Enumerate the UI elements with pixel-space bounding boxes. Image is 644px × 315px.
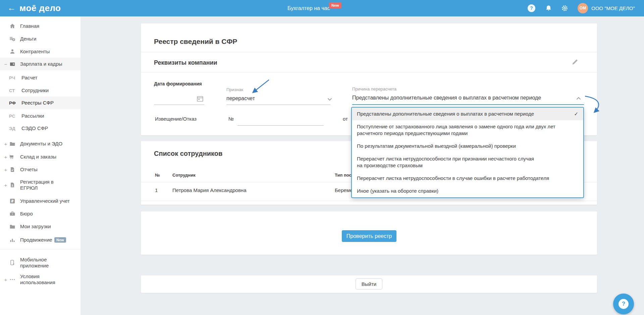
reason-value: Представлены дополнительные сведения о в… bbox=[352, 95, 541, 101]
dropdown-option[interactable]: Поступление от застрахованного лица заяв… bbox=[352, 120, 583, 140]
col-header-employee: Сотрудник bbox=[172, 173, 196, 178]
sidebar-item-label: Зарплата и кадры bbox=[20, 61, 72, 67]
sidebar-item-contractors[interactable]: Контрагенты bbox=[0, 45, 80, 58]
sidebar-item-label: Мои загрузки bbox=[20, 224, 72, 230]
sidebar-item-prefix: ЭД bbox=[9, 126, 15, 131]
sidebar-item-label: Бюро bbox=[20, 211, 72, 217]
reason-dropdown: Представлены дополнительные сведения о в… bbox=[351, 107, 584, 198]
sidebar-item-prodvizhenie[interactable]: Продвижение New bbox=[0, 234, 80, 246]
svg-text:₽: ₽ bbox=[11, 199, 13, 203]
expand-icon[interactable]: + bbox=[3, 154, 8, 160]
sidebar-item-moi-zagruzki[interactable]: Мои загрузки bbox=[0, 220, 80, 233]
avatar[interactable]: ОМ bbox=[578, 3, 588, 13]
edit-pencil-icon[interactable] bbox=[571, 58, 579, 66]
downloads-icon bbox=[9, 223, 16, 230]
chevron-down-icon bbox=[327, 98, 332, 101]
sign-label: Признак bbox=[226, 87, 243, 92]
company-switcher[interactable]: ООО "МОЕ ДЕЛО" bbox=[591, 0, 635, 16]
expand-icon[interactable]: + bbox=[3, 141, 8, 147]
company-section-title: Реквизиты компании bbox=[154, 59, 217, 66]
bell-icon[interactable] bbox=[545, 4, 552, 12]
sidebar-item-label: Рассылки bbox=[21, 113, 73, 119]
sidebar-item-label: Деньги bbox=[20, 36, 72, 42]
col-header-num: № bbox=[155, 173, 160, 178]
sidebar-item-registraciya-egrul[interactable]: + Регистрация в ЕГРЮЛ bbox=[0, 176, 80, 194]
bureau-icon bbox=[9, 210, 16, 217]
sidebar-item-label: Склад и заказы bbox=[20, 154, 72, 160]
divider bbox=[141, 72, 597, 72]
chevron-up-icon bbox=[576, 97, 581, 100]
dropdown-option[interactable]: Перерасчет листка нетрудоспособности при… bbox=[352, 152, 583, 172]
mobile-icon bbox=[9, 259, 16, 266]
accountant-per-hour-link[interactable]: Бухгалтер на час bbox=[287, 0, 330, 16]
documents-icon bbox=[9, 140, 16, 147]
notice-label: Извещение/Отказ bbox=[155, 116, 197, 122]
expand-icon[interactable]: + bbox=[3, 277, 8, 282]
notice-number-input[interactable] bbox=[239, 115, 322, 120]
sidebar-item-label: Контрагенты bbox=[20, 49, 72, 55]
dropdown-option-text: Представлены дополнительные сведения о в… bbox=[357, 111, 534, 117]
sidebar-item-sotrudniki[interactable]: СТ Сотрудники bbox=[0, 84, 80, 97]
calendar-icon[interactable] bbox=[197, 95, 204, 102]
help-icon[interactable]: ? bbox=[528, 4, 535, 12]
dropdown-option[interactable]: Иное (указать на обороте справки) bbox=[352, 185, 583, 197]
sidebar-item-documents-edo[interactable]: + Документы и ЭДО bbox=[0, 137, 80, 150]
gear-icon[interactable] bbox=[561, 4, 569, 12]
sidebar-item-prefix: СТ bbox=[9, 88, 15, 93]
sidebar-item-label: Мобильное приложение bbox=[20, 257, 72, 269]
new-badge: New bbox=[329, 2, 341, 8]
partners-icon bbox=[9, 48, 16, 55]
sidebar-item-raschet[interactable]: РЧ Расчет bbox=[0, 71, 80, 84]
date-input[interactable] bbox=[154, 94, 197, 101]
app-logo[interactable]: моē дело bbox=[19, 0, 61, 16]
terms-icon bbox=[9, 276, 16, 283]
sidebar-item-label: Реестры СФР bbox=[21, 100, 73, 106]
sidebar: Главная ₽ Деньги Контрагенты − Зарплата … bbox=[0, 16, 80, 315]
warehouse-icon bbox=[9, 153, 16, 160]
exit-button[interactable]: Выйти bbox=[356, 278, 382, 290]
cell-employee-name: Петрова Мария Александровна bbox=[172, 187, 247, 193]
notice-underline bbox=[237, 125, 324, 126]
sidebar-item-otchety[interactable]: + Отчеты bbox=[0, 163, 80, 176]
sidebar-item-reestry-sfr[interactable]: РФ Реестры СФР bbox=[0, 97, 80, 109]
expand-icon[interactable]: + bbox=[3, 182, 8, 188]
management-icon: ₽ bbox=[9, 198, 16, 204]
sidebar-item-upravlencheskiy-uchet[interactable]: ₽ Управленческий учет bbox=[0, 195, 80, 207]
sidebar-item-label: Отчеты bbox=[20, 167, 72, 173]
svg-text:₽: ₽ bbox=[13, 38, 14, 41]
divider bbox=[141, 52, 597, 52]
cell-num: 1 bbox=[155, 187, 158, 193]
sign-value: перерасчет bbox=[226, 96, 255, 102]
sidebar-item-rassylki[interactable]: РС Рассылки bbox=[0, 110, 80, 122]
sidebar-item-sklad[interactable]: + Склад и заказы bbox=[0, 150, 80, 163]
dropdown-option-selected[interactable]: Представлены дополнительные сведения о в… bbox=[352, 108, 583, 120]
question-mark-icon: ? bbox=[619, 299, 629, 309]
sidebar-item-label: Условия использования bbox=[20, 273, 72, 286]
help-fab-button[interactable]: ? bbox=[613, 294, 634, 314]
check-card: Проверить реестр bbox=[141, 211, 597, 255]
topbar: ← моē дело Бухгалтер на час New ? ОМ ООО… bbox=[0, 0, 644, 16]
sidebar-divider bbox=[0, 249, 80, 249]
sidebar-item-prefix: РЧ bbox=[9, 75, 15, 80]
sidebar-item-salary[interactable]: − Зарплата и кадры bbox=[0, 58, 80, 70]
sidebar-item-byuro[interactable]: Бюро bbox=[0, 207, 80, 220]
sidebar-item-prefix: РС bbox=[9, 114, 15, 119]
date-underline bbox=[154, 105, 204, 105]
check-registry-button[interactable]: Проверить реестр bbox=[342, 230, 396, 242]
notice-number-label: № bbox=[228, 116, 234, 122]
dropdown-option[interactable]: Перерасчет листка нетрудоспособности в с… bbox=[352, 172, 583, 185]
money-icon: ₽ bbox=[9, 36, 16, 42]
sidebar-item-prefix: РФ bbox=[9, 101, 16, 106]
collapse-icon[interactable]: − bbox=[3, 61, 8, 67]
sidebar-item-sedo-sfr[interactable]: ЭД СЭДО СФР bbox=[0, 122, 80, 135]
sidebar-item-mobile-app[interactable]: Мобильное приложение bbox=[0, 254, 80, 271]
sidebar-item-home[interactable]: Главная bbox=[0, 20, 80, 33]
sidebar-item-label: Главная bbox=[20, 23, 72, 29]
sidebar-item-money[interactable]: ₽ Деньги bbox=[0, 33, 80, 45]
sidebar-item-terms[interactable]: + Условия использования bbox=[0, 271, 80, 288]
reason-underline-focused bbox=[352, 104, 584, 105]
dropdown-option[interactable]: По результатам документальной выездной (… bbox=[352, 140, 583, 152]
back-arrow-icon[interactable]: ← bbox=[7, 0, 16, 16]
sidebar-item-label: Документы и ЭДО bbox=[20, 141, 72, 147]
expand-icon[interactable]: + bbox=[3, 167, 8, 173]
